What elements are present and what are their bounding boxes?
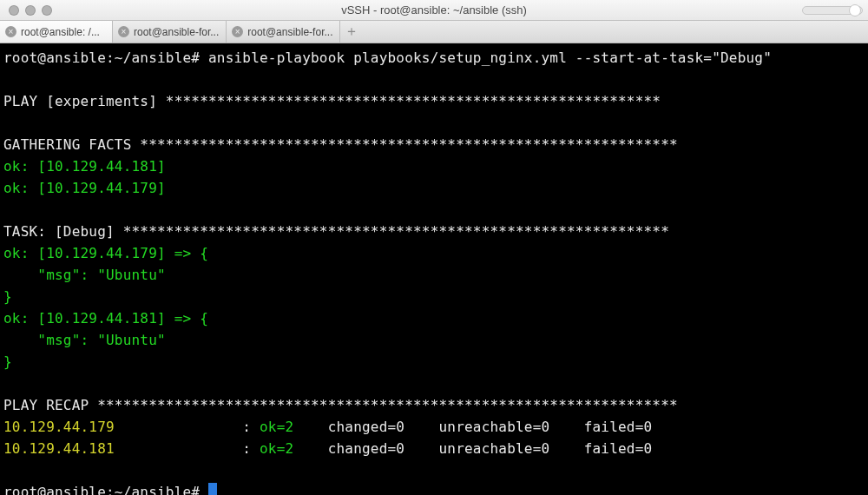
slider-knob[interactable] <box>849 4 861 16</box>
brace-close: } <box>3 353 12 370</box>
recap-stars: ****************************************… <box>97 397 678 413</box>
recap-sep: : <box>234 440 260 457</box>
recap-ok: ok=2 <box>260 419 319 435</box>
recap-pad <box>115 419 234 435</box>
recap-host: 10.129.44.181 <box>3 440 115 457</box>
cursor <box>208 483 217 495</box>
play-header-stars: ****************************************… <box>166 93 661 109</box>
tab-label: root@ansible: /... <box>21 26 100 38</box>
task-msg: "msg": "Ubuntu" <box>3 267 166 283</box>
command-text: ansible-playbook playbooks/setup_nginx.y… <box>208 50 772 66</box>
task-header: TASK: [Debug] <box>3 223 123 240</box>
close-icon[interactable]: × <box>5 26 16 37</box>
terminal-output[interactable]: root@ansible:~/ansible# ansible-playbook… <box>0 43 868 495</box>
window-controls <box>0 5 52 16</box>
add-tab-button[interactable]: ＋ <box>340 21 363 43</box>
zoom-window-button[interactable] <box>42 5 52 16</box>
close-icon[interactable]: × <box>118 26 129 37</box>
tab-label: root@ansible-for... <box>134 26 219 38</box>
tab-0[interactable]: × root@ansible: /... <box>0 21 113 43</box>
task-host-open: ok: [10.129.44.179] => { <box>3 245 208 261</box>
gathering-facts-stars: ****************************************… <box>140 136 677 153</box>
window-title: vSSH - root@ansible: ~/ansible (ssh) <box>341 3 527 16</box>
minimize-window-button[interactable] <box>25 5 36 16</box>
plus-icon: ＋ <box>345 23 358 41</box>
window-titlebar: vSSH - root@ansible: ~/ansible (ssh) <box>0 0 868 21</box>
task-host-open: ok: [10.129.44.181] => { <box>3 310 208 327</box>
tab-1[interactable]: × root@ansible-for... <box>113 21 227 43</box>
recap-pad <box>115 440 234 457</box>
opacity-slider[interactable] <box>802 6 863 15</box>
close-icon[interactable]: × <box>232 26 243 37</box>
ok-line: ok: [10.129.44.181] <box>3 158 166 175</box>
tab-label: root@ansible-for... <box>247 26 332 38</box>
gathering-facts-header: GATHERING FACTS <box>3 136 140 153</box>
play-header: PLAY [experiments] <box>3 93 166 109</box>
prompt: root@ansible:~/ansible# <box>3 50 208 66</box>
prompt: root@ansible:~/ansible# <box>3 484 208 495</box>
recap-sep: : <box>234 419 260 435</box>
tab-2[interactable]: × root@ansible-for... <box>227 21 340 43</box>
recap-header: PLAY RECAP <box>3 397 97 413</box>
task-header-stars: ****************************************… <box>123 223 669 240</box>
task-msg: "msg": "Ubuntu" <box>3 332 166 348</box>
tab-bar: × root@ansible: /... × root@ansible-for.… <box>0 21 868 43</box>
recap-rest: changed=0 unreachable=0 failed=0 <box>319 419 652 435</box>
recap-rest: changed=0 unreachable=0 failed=0 <box>319 440 652 457</box>
ok-line: ok: [10.129.44.179] <box>3 180 166 196</box>
recap-host: 10.129.44.179 <box>3 419 115 435</box>
close-window-button[interactable] <box>9 5 19 16</box>
recap-ok: ok=2 <box>260 440 319 457</box>
brace-close: } <box>3 288 12 305</box>
